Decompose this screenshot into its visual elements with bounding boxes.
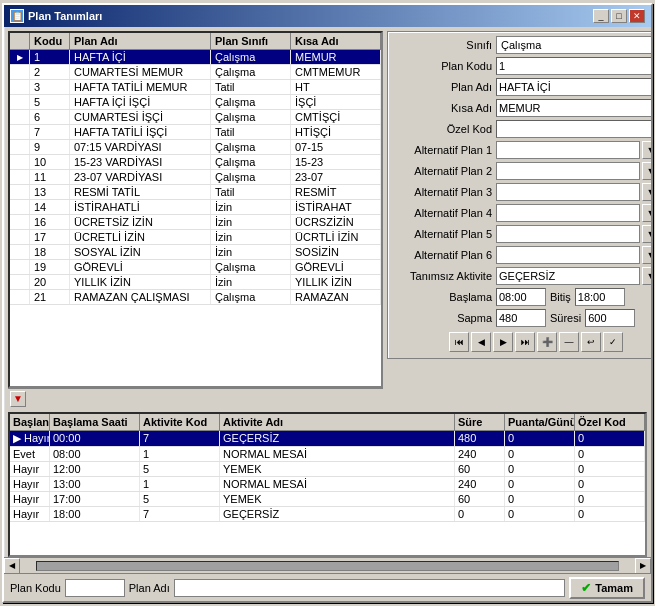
add-btn[interactable]: ➕	[537, 332, 557, 352]
scroll-left-btn[interactable]: ◀	[4, 558, 20, 574]
bitis-input[interactable]	[575, 288, 625, 306]
table-row[interactable]: 16 ÜCRETSİZ İZİN İzin ÜCRSZİZİN	[10, 215, 381, 230]
minimize-button[interactable]: _	[593, 9, 609, 23]
prev-btn[interactable]: ◀	[471, 332, 491, 352]
row-arrow	[10, 155, 30, 169]
row-ad: ÜCRETSİZ İZİN	[70, 215, 211, 229]
next-btn[interactable]: ▶	[493, 332, 513, 352]
table-row[interactable]: 17 ÜCRETLİ İZİN İzin ÜCRTLİ İZİN	[10, 230, 381, 245]
altplan6-input[interactable]	[496, 246, 640, 264]
lower-row-baslangic: Hayır	[10, 462, 50, 476]
lower-row-ad: YEMEK	[220, 492, 455, 506]
lower-row-ozel: 0	[575, 431, 645, 446]
delete-btn[interactable]: —	[559, 332, 579, 352]
tanimsiz-label: Tanımsız Aktivite	[392, 270, 492, 282]
lower-table-container: Başlangıç Başlama Saati Aktivite Kod Akt…	[8, 412, 647, 557]
altplan1-input[interactable]	[496, 141, 640, 159]
table-row[interactable]: 20 YILLIK İZİN İzin YILLIK İZİN	[10, 275, 381, 290]
row-kisa: GÖREVLİ	[291, 260, 381, 274]
altplan1-row: Alternatif Plan 1 ▼ 🖼	[392, 141, 651, 159]
tanimsiz-input[interactable]	[496, 267, 640, 285]
row-sinif: Çalışma	[211, 155, 291, 169]
table-row[interactable]: 13 RESMİ TATİL Tatil RESMİT	[10, 185, 381, 200]
altplan4-input[interactable]	[496, 204, 640, 222]
row-kod: 2	[30, 65, 70, 79]
row-sinif: İzin	[211, 200, 291, 214]
lower-row-puanta: 0	[505, 477, 575, 491]
altplan1-dropdown[interactable]: ▼	[642, 141, 651, 159]
kisaadi-input[interactable]	[496, 99, 651, 117]
table-row[interactable]: 18 SOSYAL İZİN İzin SOSİZİN	[10, 245, 381, 260]
lower-table-row[interactable]: Evet 08:00 1 NORMAL MESAİ 240 0 0	[10, 447, 645, 462]
first-btn[interactable]: ⏮	[449, 332, 469, 352]
altplan4-label: Alternatif Plan 4	[392, 207, 492, 219]
altplan6-label: Alternatif Plan 6	[392, 249, 492, 261]
lower-table-row[interactable]: Hayır 13:00 1 NORMAL MESAİ 240 0 0	[10, 477, 645, 492]
baslama-input[interactable]	[496, 288, 546, 306]
table-row[interactable]: 11 23-07 VARDİYASI Çalışma 23-07	[10, 170, 381, 185]
lower-table-row[interactable]: ▶ Hayır 00:00 7 GEÇERSİZ 480 0 0	[10, 431, 645, 447]
altplan5-label: Alternatif Plan 5	[392, 228, 492, 240]
tanimsiz-dropdown[interactable]: ▼	[642, 267, 651, 285]
col-plan-sinifi: Plan Sınıfı	[211, 33, 291, 49]
right-panel: Sınıfı Çalışma Tatil İzin Plan Kodu	[387, 31, 651, 408]
add-row-button[interactable]: ▼	[10, 391, 26, 407]
col-arrow	[10, 33, 30, 49]
row-kod: 11	[30, 170, 70, 184]
lower-table-row[interactable]: Hayır 12:00 5 YEMEK 60 0 0	[10, 462, 645, 477]
kisaadi-row: Kısa Adı	[392, 99, 651, 117]
altplan3-dropdown[interactable]: ▼	[642, 183, 651, 201]
table-row[interactable]: 2 CUMARTESİ MEMUR Çalışma CMTMEMUR	[10, 65, 381, 80]
row-ad: YILLIK İZİN	[70, 275, 211, 289]
lower-col-puanta: Puanta/Günü	[505, 414, 575, 430]
planadi-input[interactable]	[496, 78, 651, 96]
altplan6-dropdown[interactable]: ▼	[642, 246, 651, 264]
altplan5-input[interactable]	[496, 225, 640, 243]
sapma-input[interactable]	[496, 309, 546, 327]
row-kisa: ÜCRTLİ İZİN	[291, 230, 381, 244]
table-row[interactable]: 6 CUMARTESİ İŞÇİ Çalışma CMTİŞÇİ	[10, 110, 381, 125]
altplan4-dropdown[interactable]: ▼	[642, 204, 651, 222]
footer-planadi-input[interactable]	[174, 579, 566, 597]
ok-button[interactable]: ✔ Tamam	[569, 577, 645, 599]
row-sinif: Çalışma	[211, 95, 291, 109]
table-row[interactable]: 10 15-23 VARDİYASI Çalışma 15-23	[10, 155, 381, 170]
suresi-input[interactable]	[585, 309, 635, 327]
row-arrow	[10, 245, 30, 259]
row-arrow	[10, 110, 30, 124]
altplan2-input[interactable]	[496, 162, 640, 180]
altplan2-dropdown[interactable]: ▼	[642, 162, 651, 180]
confirm-btn[interactable]: ✓	[603, 332, 623, 352]
lower-row-baslangic: Hayır	[10, 492, 50, 506]
altplan5-dropdown[interactable]: ▼	[642, 225, 651, 243]
lower-row-kod: 1	[140, 447, 220, 461]
footer-plankodu-input[interactable]	[65, 579, 125, 597]
plankodu-input[interactable]	[496, 57, 651, 75]
last-btn[interactable]: ⏭	[515, 332, 535, 352]
close-button[interactable]: ✕	[629, 9, 645, 23]
row-arrow	[10, 215, 30, 229]
altplan6-row: Alternatif Plan 6 ▼ 🖼	[392, 246, 651, 264]
ozelkod-input[interactable]	[496, 120, 651, 138]
kisaadi-label: Kısa Adı	[392, 102, 492, 114]
altplan3-input[interactable]	[496, 183, 640, 201]
undo-btn[interactable]: ↩	[581, 332, 601, 352]
table-row[interactable]: ▶ 1 HAFTA İÇİ Çalışma MEMUR	[10, 50, 381, 65]
scroll-track[interactable]	[36, 561, 619, 571]
scroll-right-btn[interactable]: ▶	[635, 558, 651, 574]
sinifi-select[interactable]: Çalışma Tatil İzin	[496, 36, 651, 54]
lower-row-sure: 240	[455, 447, 505, 461]
altplan4-controls: ▼ 🖼	[496, 204, 651, 222]
table-row[interactable]: 5 HAFTA İÇİ İŞÇİ Çalışma İŞÇİ	[10, 95, 381, 110]
table-row[interactable]: 9 07:15 VARDİYASI Çalışma 07-15	[10, 140, 381, 155]
table-row[interactable]: 7 HAFTA TATİLİ İŞÇİ Tatil HTİŞÇİ	[10, 125, 381, 140]
table-row[interactable]: 19 GÖREVLİ Çalışma GÖREVLİ	[10, 260, 381, 275]
table-row[interactable]: 21 RAMAZAN ÇALIŞMASI Çalışma RAMAZAN	[10, 290, 381, 305]
lower-table-row[interactable]: Hayır 18:00 7 GEÇERSİZ 0 0 0	[10, 507, 645, 522]
maximize-button[interactable]: □	[611, 9, 627, 23]
row-kisa: ÜCRSZİZİN	[291, 215, 381, 229]
row-ad: HAFTA TATİLİ MEMUR	[70, 80, 211, 94]
lower-table-row[interactable]: Hayır 17:00 5 YEMEK 60 0 0	[10, 492, 645, 507]
table-row[interactable]: 3 HAFTA TATİLİ MEMUR Tatil HT	[10, 80, 381, 95]
table-row[interactable]: 14 İSTİRAHATLİ İzin İSTİRAHAT	[10, 200, 381, 215]
